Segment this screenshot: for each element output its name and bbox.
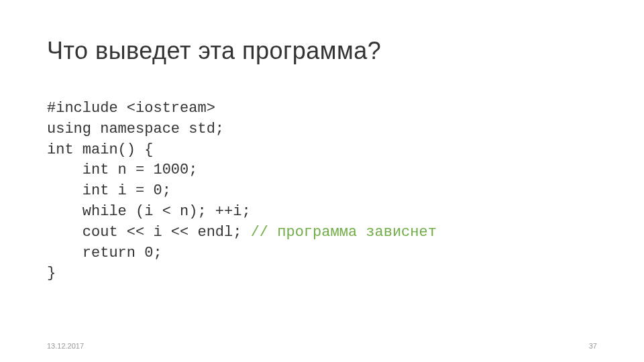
code-comment: // программа зависнет bbox=[251, 224, 437, 241]
code-line: return 0; bbox=[47, 243, 597, 264]
footer-date: 13.12.2017 bbox=[47, 342, 84, 350]
code-line: cout << i << endl; // программа зависнет bbox=[47, 223, 597, 243]
code-line: int n = 1000; bbox=[47, 160, 597, 181]
slide-title: Что выведет эта программа? bbox=[47, 37, 597, 65]
code-line: int i = 0; bbox=[47, 181, 597, 202]
code-line: #include <iostream> bbox=[47, 99, 597, 119]
code-line: using namespace std; bbox=[47, 119, 597, 140]
code-line: } bbox=[47, 263, 597, 284]
code-text: cout << i << endl; bbox=[47, 224, 251, 241]
slide-footer: 13.12.2017 37 bbox=[47, 342, 597, 350]
code-line: while (i < n); ++i; bbox=[47, 202, 597, 223]
code-block: #include <iostream> using namespace std;… bbox=[47, 99, 597, 284]
footer-page-number: 37 bbox=[589, 342, 597, 350]
code-line: int main() { bbox=[47, 140, 597, 161]
